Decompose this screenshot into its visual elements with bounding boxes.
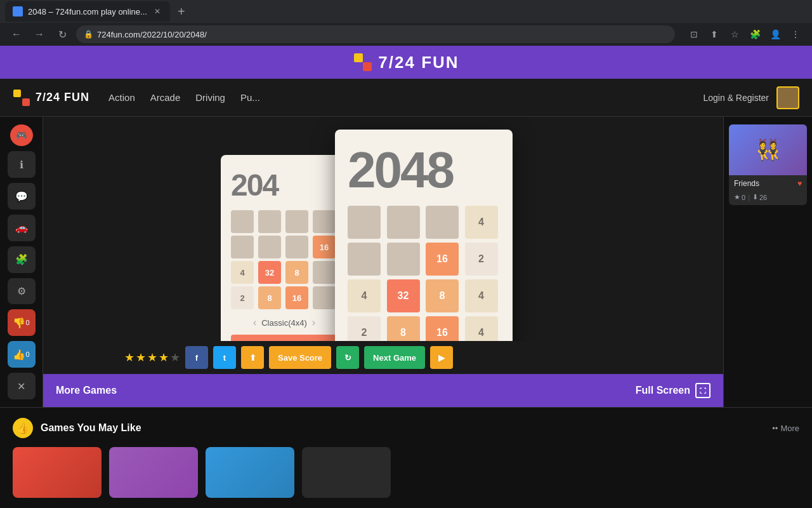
- menu-icon[interactable]: ⋮: [787, 25, 804, 43]
- cell-l-0-2: [426, 206, 459, 239]
- friends-thumbnail: 👯: [729, 124, 807, 175]
- nav-logo-box1: [13, 90, 21, 97]
- active-tab[interactable]: 2048 – 724fun.com play online... ✕: [5, 1, 170, 22]
- star-2[interactable]: ★: [136, 351, 146, 364]
- navbar: 7/24 FUN Action Arcade Driving Pu... Log…: [0, 79, 812, 117]
- back-btn[interactable]: ←: [8, 25, 25, 43]
- banner-logo: 7/24 FUN: [353, 52, 459, 72]
- star-rating[interactable]: ★ ★ ★ ★ ★: [124, 351, 180, 364]
- heart-icon[interactable]: ♥: [797, 179, 802, 188]
- new-tab-btn[interactable]: +: [173, 3, 190, 20]
- more-games-btn[interactable]: More Games: [43, 374, 129, 407]
- star-4[interactable]: ★: [159, 351, 169, 364]
- cell-s-2-3: [313, 261, 336, 284]
- friends-stars: ★ 0: [734, 193, 745, 201]
- game-grid-large: 4 16 2 4 32 8 4 2 8 16 4: [348, 206, 500, 349]
- top-banner: 7/24 FUN: [0, 46, 812, 79]
- share-btn[interactable]: ⬆: [241, 346, 264, 369]
- logo-box2: [363, 62, 372, 71]
- sidebar-dislike-btn[interactable]: 👎0: [8, 309, 36, 336]
- sidebar-info-btn[interactable]: ℹ: [8, 151, 36, 178]
- nav-item-driving[interactable]: Driving: [195, 92, 225, 103]
- sidebar-puzzle-btn[interactable]: 🧩: [8, 246, 36, 273]
- mode-label-small: Classic(4x4): [261, 318, 307, 328]
- cell-s-3-2: 16: [285, 286, 308, 309]
- game-thumb-1[interactable]: [13, 447, 102, 498]
- cell-l-2-0: 4: [348, 279, 381, 312]
- friends-info: Friends ♥: [729, 175, 807, 192]
- downloads-count: 26: [759, 194, 767, 201]
- nav-item-more[interactable]: Pu...: [240, 92, 260, 103]
- star-3[interactable]: ★: [147, 351, 157, 364]
- game-thumbnails: [13, 447, 799, 498]
- facebook-share-btn[interactable]: f: [185, 346, 208, 369]
- stars-count: 0: [742, 194, 745, 201]
- sidebar-like-btn[interactable]: 👍0: [8, 341, 36, 368]
- section-title: Games You May Like: [41, 422, 764, 434]
- cell-s-3-3: [313, 286, 336, 309]
- cell-l-1-3: 2: [465, 243, 498, 276]
- game-thumb-2[interactable]: [109, 447, 198, 498]
- refresh-btn[interactable]: ↻: [53, 25, 71, 43]
- sidebar-car-btn[interactable]: 🚗: [8, 215, 36, 241]
- cell-l-0-0: [348, 206, 381, 239]
- more-link[interactable]: •• More: [772, 424, 799, 433]
- address-bar: ← → ↻ 🔒 724fun.com/2022/10/20/2048/ ⊡ ⬆ …: [0, 23, 812, 46]
- sidebar-share-btn[interactable]: ✕: [8, 373, 36, 399]
- tab-close-btn[interactable]: ✕: [152, 6, 162, 17]
- cell-s-1-0: [231, 236, 254, 258]
- nav-item-arcade[interactable]: Arcade: [150, 92, 181, 103]
- tab-title: 2048 – 724fun.com play online...: [28, 7, 147, 17]
- nav-logo-icon: [13, 89, 30, 107]
- cast-icon[interactable]: ⊡: [685, 25, 703, 43]
- login-btn[interactable]: Login & Register: [703, 93, 769, 103]
- cell-s-1-1: [258, 236, 281, 258]
- game-thumb-4[interactable]: [302, 447, 391, 498]
- next-game-btn[interactable]: Next Game: [364, 346, 425, 369]
- nav-logo[interactable]: 7/24 FUN: [13, 89, 89, 107]
- game-thumb-3[interactable]: [206, 447, 294, 498]
- friends-name: Friends: [734, 179, 795, 188]
- share-icon[interactable]: ⬆: [705, 25, 723, 43]
- stat-divider: |: [748, 194, 750, 201]
- sidebar-dot-btn[interactable]: ⚙: [8, 278, 36, 305]
- user-avatar[interactable]: [776, 86, 799, 109]
- extensions-icon[interactable]: 🧩: [746, 25, 764, 43]
- save-score-btn[interactable]: Save Score: [269, 346, 331, 369]
- cell-s-0-1: [258, 210, 281, 233]
- cell-s-0-0: [231, 210, 254, 233]
- cell-s-3-1: 8: [258, 286, 281, 309]
- tab-bar: 2048 – 724fun.com play online... ✕ +: [0, 0, 812, 23]
- cell-s-0-2: [285, 210, 308, 233]
- cell-l-2-1: 32: [387, 279, 420, 312]
- url-text: 724fun.com/2022/10/20/2048/: [97, 30, 207, 39]
- twitter-share-btn[interactable]: t: [213, 346, 236, 369]
- refresh-game-btn[interactable]: ↻: [336, 346, 359, 369]
- sidebar-chat-btn[interactable]: 💬: [8, 183, 36, 210]
- url-bar[interactable]: 🔒 724fun.com/2022/10/20/2048/: [76, 25, 675, 43]
- mode-prev-small[interactable]: ‹: [253, 317, 256, 328]
- logo-box1: [354, 53, 363, 62]
- mode-next-small[interactable]: ›: [312, 317, 315, 328]
- next-game-arrow-btn[interactable]: ▶: [430, 346, 453, 369]
- bookmark-icon[interactable]: ☆: [726, 25, 743, 43]
- forward-btn[interactable]: →: [30, 25, 48, 43]
- cell-l-1-1: [387, 243, 420, 276]
- star-5[interactable]: ★: [170, 351, 180, 364]
- nav-logo-text: 7/24 FUN: [36, 91, 89, 104]
- friends-downloads: ⬇ 26: [752, 193, 767, 201]
- game-title-small: 204: [231, 168, 337, 203]
- star-1[interactable]: ★: [124, 351, 134, 364]
- page: 7/24 FUN 7/24 FUN Action Arcade Driving …: [0, 46, 812, 508]
- game-title-large: 2048: [348, 145, 500, 196]
- nav-item-action[interactable]: Action: [108, 92, 135, 103]
- cell-s-2-1: 32: [258, 261, 281, 284]
- fullscreen-btn[interactable]: Full Screen ⛶: [623, 374, 723, 407]
- cell-s-1-3: 16: [313, 236, 336, 258]
- browser-chrome: 2048 – 724fun.com play online... ✕ + ← →…: [0, 0, 812, 46]
- game-grid-small: 16 4 32 8 2 8 16: [231, 210, 337, 309]
- content-area: 🎮 ℹ 💬 🚗 🧩 ⚙ 👎0 👍0 ✕ 204: [0, 117, 812, 407]
- bottom-bar: More Games Full Screen ⛶: [43, 374, 723, 407]
- profile-icon[interactable]: 👤: [766, 25, 784, 43]
- cell-l-2-2: 8: [426, 279, 459, 312]
